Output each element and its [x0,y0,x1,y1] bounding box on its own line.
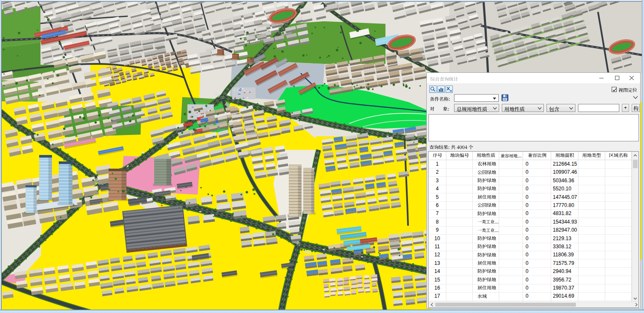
table-row[interactable]: 16居住用地019870.37 [428,284,632,293]
scroll-up-button[interactable] [632,152,638,159]
search-icon [430,86,436,92]
statistics-chart-button[interactable] [437,86,445,93]
table-row[interactable]: 8一类工业...0154344.93 [428,218,632,227]
table-row[interactable]: 9一类工业...0182947.00 [428,226,632,235]
cell-type [578,201,605,210]
export-excel-button[interactable] [446,86,453,93]
vector-text [477,235,496,241]
column-header-compat[interactable]: 兼容用地... [499,152,523,160]
cell-compat [499,251,523,259]
tower [24,185,38,214]
column-header-parcel[interactable]: 地块编号 [446,152,473,160]
cell-text: 0 [523,267,529,276]
cell-use: 公园绿地 [473,201,499,210]
vector-text [477,152,495,158]
cell-compat [499,218,523,227]
table-row[interactable]: 11防护绿地03308.12 [428,243,632,251]
cell-region [605,292,632,301]
cell-area: 4831.82 [551,210,578,218]
cell-area: 71575.79 [551,259,578,268]
cell-text: 防护绿地 [473,251,496,259]
close-button[interactable] [624,73,639,83]
scroll-right-button[interactable] [633,302,639,307]
cell-use: 防护绿地 [473,251,499,259]
cell-text: 29014.69 [551,292,574,300]
minimize-button[interactable] [594,73,609,83]
table-row[interactable]: 4防护绿地05520.10 [428,185,632,193]
query-search-button[interactable] [429,86,437,93]
table-row[interactable]: 6公园绿地017770.80 [428,201,632,210]
field-dropdown[interactable]: 用地性质 [502,104,544,112]
vector-text [430,75,458,82]
build-condition-button[interactable]: 构 [632,104,640,112]
panel-titlebar[interactable]: 综合查询统计 [427,73,640,84]
table-row[interactable]: 5居住用地0147445.07 [428,193,632,202]
collapse-chevron-button[interactable] [633,95,638,101]
condition-name-combobox[interactable] [454,94,499,102]
condition-list-box[interactable] [428,114,639,141]
column-header-use[interactable]: 用地性质 [473,152,499,160]
vertical-scrollbar[interactable] [632,152,638,302]
panel-title: 综合查询统计 [430,75,458,82]
cell-n: 4 [428,185,446,193]
maximize-button[interactable] [610,73,624,83]
table-row[interactable]: 7防护绿地04831.82 [428,210,632,218]
cell-text: 0 [523,185,529,193]
cell-n: 16 [428,284,446,293]
column-header-region[interactable]: 区域名称 [605,152,632,160]
cell-ratio: 0 [523,201,551,210]
table-row[interactable]: 2公园绿地0109907.46 [428,168,632,177]
horizontal-scroll-thumb[interactable] [435,303,576,307]
table-row[interactable]: 13居住用地071575.79 [428,259,632,268]
table-row[interactable]: 1农林用地0212664.15 [428,160,632,169]
chevron-down-icon [538,107,542,110]
object-type-dropdown[interactable]: 总规用地性质 [454,104,499,112]
cell-text: 12 [434,252,440,258]
window-border-top [0,0,644,1]
cell-ratio: 0 [523,193,551,202]
cell-text: 0 [523,276,529,284]
table-row[interactable]: 14防护绿地02940.94 [428,267,632,276]
horizontal-scrollbar[interactable] [428,302,639,307]
column-header-ratio[interactable]: 兼容比例 [523,152,551,160]
vector-text [477,201,496,208]
chevron-down-icon [569,107,573,110]
cell-area: 109907.46 [551,168,578,177]
cell-parcel [446,160,473,169]
cell-compat [499,160,523,169]
combo-dropdown-arrow-icon[interactable] [493,98,496,100]
operator-dropdown[interactable]: 包含 [546,104,575,112]
chevron-left-icon [431,303,433,307]
table-row[interactable]: 3防护绿地050346.36 [428,177,632,185]
table-row[interactable]: 12防护绿地011806.39 [428,251,632,259]
save-condition-button[interactable] [501,94,509,102]
table-row[interactable]: 10防护绿地02129.13 [428,235,632,243]
column-header-area[interactable]: 用地面积 [551,152,578,160]
cell-n: 13 [428,259,446,268]
cell-type [578,259,605,268]
cell-text: 防护绿地 [473,177,496,185]
vertical-scroll-thumb[interactable] [633,160,638,168]
scroll-down-button[interactable] [632,295,638,302]
scroll-left-button[interactable] [428,302,435,307]
cell-ratio: 0 [523,185,551,193]
cell-use: 水域 [473,292,499,301]
cell-text: 1 [436,161,439,167]
chevron-down-icon [493,107,497,110]
table-row[interactable]: 15防护绿地03956.72 [428,276,632,284]
cell-use: 公园绿地 [473,168,499,177]
filter-value-input[interactable] [578,104,619,112]
cell-text: 11806.39 [551,251,574,259]
column-header-type[interactable]: 用地类型 [578,152,605,160]
cell-compat [499,243,523,251]
table-row[interactable]: 17水域029014.69 [428,292,632,301]
checkbox-box[interactable] [612,87,617,92]
add-condition-button[interactable]: + [622,104,629,112]
cell-type [578,276,605,284]
results-table: 序号地块编号用地性质兼容用地...兼容比例用地面积用地类型区域名称 1农林用地0… [428,151,639,308]
cell-compat [499,292,523,301]
column-header-n[interactable]: 序号 [428,152,446,160]
cell-region [605,243,632,251]
cell-area: 5520.10 [551,185,578,193]
cell-use: 一类工业... [473,226,499,235]
